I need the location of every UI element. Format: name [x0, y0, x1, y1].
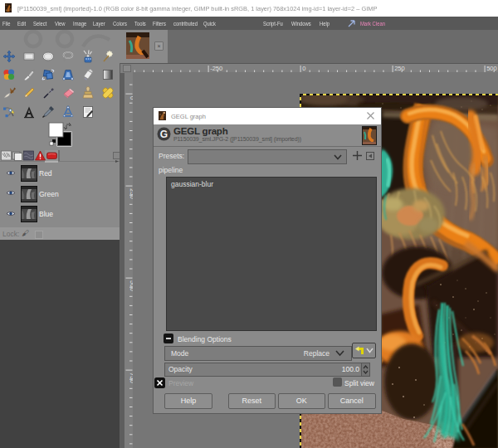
svg-text:G: G: [160, 128, 168, 139]
svg-text:250: 250: [394, 65, 405, 72]
svg-text:500: 500: [486, 65, 497, 72]
svg-text:-250: -250: [210, 65, 222, 72]
svg-text:0: 0: [302, 65, 305, 72]
